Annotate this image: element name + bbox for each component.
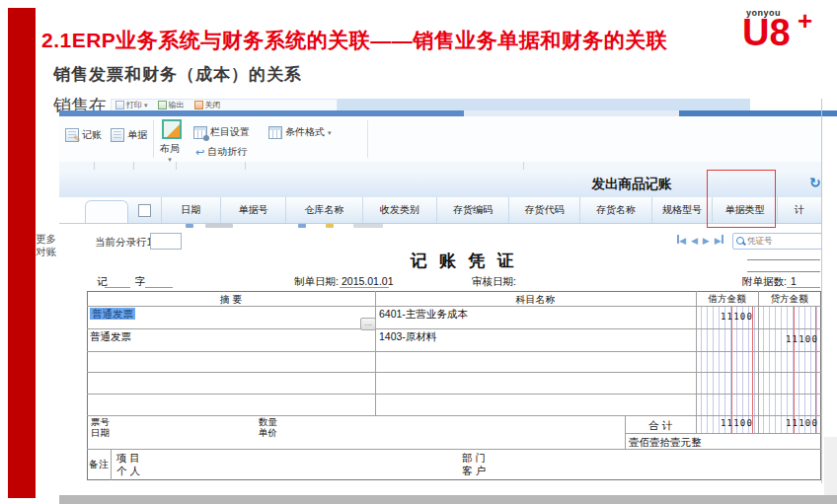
- voucher-col-summary: 摘 要: [87, 293, 375, 307]
- ribbon-toolbar: ✎ 记账 单据 布局 ▾ 栏目设置 ↩ 自动折行 条件格式 ▾: [59, 116, 821, 164]
- logo-u8-text: U8: [742, 14, 791, 51]
- audit-date-label: 审核日期:: [472, 275, 516, 289]
- remark-dept: 部 门: [462, 452, 486, 466]
- signature-line: [747, 259, 820, 260]
- print-dropdown-icon[interactable]: ▾: [144, 102, 148, 108]
- voucher-cell-account[interactable]: 6401-主营业务成本: [379, 308, 468, 322]
- export-button[interactable]: 输出: [158, 100, 185, 110]
- grid-title: 发出商品记账: [543, 176, 721, 193]
- annotation-red-rectangle: [707, 170, 776, 228]
- partial-row: [326, 224, 334, 228]
- document-icon: [111, 128, 124, 142]
- voucher-word-label: 字: [135, 275, 146, 289]
- document-button[interactable]: 单据: [111, 128, 147, 142]
- logo-plus-text: +: [798, 8, 812, 34]
- select-all-checkbox[interactable]: [138, 204, 151, 217]
- column-header-date[interactable]: 日期: [162, 197, 221, 223]
- refresh-icon[interactable]: ↻: [809, 175, 821, 190]
- price-label: 单价: [259, 427, 277, 440]
- slide-subtitle: 销售发票和财务（成本）的关系: [53, 63, 302, 86]
- remark-project: 项 目: [116, 452, 140, 466]
- voucher-search-box[interactable]: [732, 233, 822, 250]
- column-header-invcode[interactable]: 存货编码: [437, 197, 509, 223]
- total-credit: 11100: [786, 418, 818, 428]
- column-header-docno[interactable]: 单据号: [221, 197, 286, 223]
- clipped-text-reconcile: 对账: [36, 246, 56, 258]
- remark-customer: 客 户: [462, 465, 486, 478]
- voucher-cell-credit[interactable]: 11100: [786, 334, 818, 344]
- column-header-unit[interactable]: 计: [778, 197, 821, 223]
- partial-grid-row: [59, 162, 821, 170]
- export-icon: [158, 101, 167, 109]
- voucher-cell-summary[interactable]: 普通发票: [90, 308, 135, 322]
- made-date-value: 2015.01.01: [342, 275, 394, 287]
- voucher-col-account: 科目名称: [375, 293, 696, 307]
- post-button[interactable]: ✎ 记账: [65, 128, 102, 142]
- toolbar-divider: [153, 120, 154, 158]
- nav-last-button[interactable]: ▶: [715, 235, 723, 246]
- close-icon: [194, 101, 203, 109]
- bill-date-label: 日期: [91, 427, 110, 440]
- voucher-col-debit: 借方金额: [696, 293, 758, 306]
- conditional-format-button[interactable]: 条件格式 ▾: [268, 125, 332, 139]
- grid-corner-tab[interactable]: [85, 200, 128, 224]
- layout-button[interactable]: 布局 ▾: [160, 142, 180, 163]
- voucher-cell-summary[interactable]: 普通发票: [90, 330, 131, 344]
- column-header-invname[interactable]: 存货名称: [580, 197, 652, 223]
- partial-row: [186, 224, 193, 228]
- attach-count-label: 附单据数:: [742, 275, 787, 289]
- voucher-cell-debit[interactable]: 11100: [721, 312, 753, 322]
- remark-person: 个 人: [116, 465, 140, 478]
- remark-label: 备注: [89, 458, 109, 471]
- post-icon: ✎: [65, 128, 79, 142]
- search-icon: [736, 237, 744, 245]
- attach-count-value: 1: [791, 275, 797, 287]
- slide-bottom-bar: [59, 495, 837, 504]
- amount-in-words: 壹佰壹拾壹元整: [629, 436, 702, 450]
- search-input[interactable]: [747, 235, 816, 246]
- right-edge-strip: [824, 437, 837, 495]
- partial-row: [298, 224, 306, 228]
- condfmt-dropdown-icon[interactable]: ▾: [328, 129, 332, 136]
- voucher-title: 记 账 凭 证: [365, 250, 563, 272]
- voucher-cell-account[interactable]: 1403-原材料: [379, 330, 436, 344]
- total-label: 合 计: [625, 419, 696, 433]
- slide-accent-bar: [8, 8, 36, 498]
- reference-ellipsis-button[interactable]: …: [360, 318, 376, 330]
- partial-row: [353, 224, 383, 228]
- column-header-category[interactable]: 收发类别: [363, 197, 437, 223]
- nav-first-button[interactable]: ◀: [677, 235, 686, 246]
- toolbar-divider: [367, 120, 368, 158]
- column-settings-button[interactable]: 栏目设置: [193, 125, 250, 139]
- voucher-col-credit: 贷方金额: [758, 293, 820, 306]
- nav-prev-button[interactable]: ◀: [691, 236, 698, 246]
- column-header-invid[interactable]: 存货代码: [509, 197, 580, 223]
- layout-icon[interactable]: [162, 119, 182, 139]
- slide-title: 2.1ERP业务系统与财务系统的关联——销售业务单据和财务的关联: [41, 27, 737, 54]
- window-right-border: [821, 99, 822, 483]
- yonyou-u8-logo: yonyou U8 +: [740, 6, 825, 59]
- current-entry-row-label: 当前分录行1: [95, 236, 152, 250]
- slide-page: 2.1ERP业务系统与财务系统的关联——销售业务单据和财务的关联 yonyou …: [0, 0, 837, 504]
- column-header-warehouse[interactable]: 仓库名称: [286, 197, 363, 223]
- partial-row: [205, 224, 233, 228]
- conditional-format-icon: [268, 126, 282, 139]
- nav-next-button[interactable]: ▶: [703, 236, 710, 246]
- credit-ruling: [758, 306, 820, 433]
- column-header-spec[interactable]: 规格型号: [652, 197, 713, 223]
- record-navigation: ◀ ◀ ▶ ▶: [677, 235, 723, 246]
- print-icon: [115, 101, 124, 109]
- entry-row-input[interactable]: [150, 233, 182, 250]
- close-button[interactable]: 关闭: [194, 100, 221, 110]
- column-settings-icon: [193, 126, 207, 139]
- total-debit: 11100: [721, 418, 753, 428]
- print-button[interactable]: 打印 ▾: [115, 100, 148, 110]
- signature-line: [747, 271, 820, 272]
- clipped-text-more: 更多: [36, 233, 56, 246]
- made-date-label: 制单日期:: [294, 275, 339, 289]
- auto-wrap-button[interactable]: ↩ 自动折行: [195, 145, 247, 159]
- debit-ruling: [696, 306, 758, 433]
- auto-wrap-icon: ↩: [195, 147, 204, 158]
